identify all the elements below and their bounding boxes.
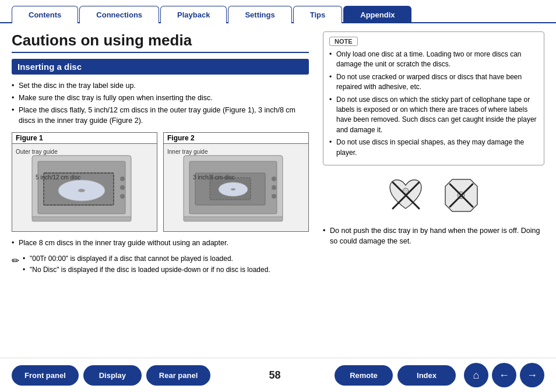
adapter-note: Place 8 cm discs in the inner tray guide…	[12, 238, 309, 248]
pencil-list: "00Tr 00:00" is displayed if a disc that…	[23, 254, 270, 277]
left-column: Cautions on using media Inserting a disc…	[12, 31, 309, 281]
figure-1-box: Figure 1	[12, 132, 157, 232]
figures-row: Figure 1	[12, 132, 309, 232]
push-note: Do not push the disc tray in by hand whe…	[323, 225, 544, 246]
svg-point-8	[120, 176, 125, 181]
note-item-3: Do not use discs on which the sticky par…	[329, 95, 538, 136]
remote-button[interactable]: Remote	[335, 365, 393, 386]
figure-2-label: Figure 2	[164, 133, 308, 144]
svg-point-17	[231, 188, 235, 190]
tab-playback[interactable]: Playback	[160, 6, 227, 23]
tab-contents[interactable]: Contents	[12, 6, 78, 23]
svg-rect-11	[32, 217, 131, 221]
instruction-3: Place the discs flatly, 5 inch/12 cm dis…	[12, 105, 309, 126]
top-nav: Contents Connections Playback Settings T…	[0, 0, 556, 23]
bottom-nav: Front panel Display Rear panel 58 Remote…	[0, 358, 556, 392]
figure-2-disc-label: 3 inch/8 cm disc	[193, 174, 235, 181]
figure-2-image: Inner tray guide 3 inch/8 cm disc	[164, 144, 308, 231]
instruction-1: Set the disc in the tray label side up.	[12, 80, 309, 91]
svg-point-4	[78, 189, 85, 192]
pencil-note-1: "00Tr 00:00" is displayed if a disc that…	[23, 254, 270, 264]
svg-point-20	[272, 194, 276, 199]
pencil-icon: ✏	[12, 255, 19, 266]
disc-warning-icons	[323, 174, 544, 217]
svg-point-9	[120, 185, 125, 190]
svg-point-19	[272, 185, 276, 190]
figure-2-inner-label: Inner tray guide	[167, 149, 208, 155]
forward-button[interactable]: →	[520, 363, 544, 387]
front-panel-button[interactable]: Front panel	[12, 365, 79, 386]
disc-icon-octagon	[439, 174, 483, 217]
note-item-4: Do not use discs in special shapes, as t…	[329, 137, 538, 158]
note-list: Only load one disc at a time. Loading tw…	[329, 50, 538, 158]
tab-tips[interactable]: Tips	[293, 6, 343, 23]
tab-connections[interactable]: Connections	[79, 6, 159, 23]
pencil-note-section: ✏ "00Tr 00:00" is displayed if a disc th…	[12, 254, 309, 277]
note-box: NOTE Only load one disc at a time. Loadi…	[323, 31, 544, 165]
svg-rect-21	[184, 217, 283, 221]
adapter-note-list: Place 8 cm discs in the inner tray guide…	[12, 238, 309, 248]
instructions-list: Set the disc in the tray label side up. …	[12, 80, 309, 126]
page-title: Cautions on using media	[12, 31, 309, 53]
figure-1-disc-label: 5 inch/12 cm disc	[36, 174, 80, 181]
main-content: Cautions on using media Inserting a disc…	[0, 23, 556, 287]
figure-1-label: Figure 1	[12, 133, 157, 144]
page-number: 58	[215, 369, 335, 382]
back-button[interactable]: ←	[492, 363, 516, 387]
display-button[interactable]: Display	[83, 365, 142, 386]
disc-icon-heart	[384, 174, 428, 217]
note-item-2: Do not use cracked or warped discs or di…	[329, 72, 538, 93]
note-label: NOTE	[329, 37, 358, 46]
figure-1-image: Outer tray guide 5 inch/12 cm disc	[12, 144, 157, 231]
index-button[interactable]: Index	[397, 365, 456, 386]
svg-point-18	[272, 176, 276, 181]
figure-1-outer-label: Outer tray guide	[16, 149, 58, 155]
tab-appendix[interactable]: Appendix	[343, 6, 411, 23]
home-button[interactable]: ⌂	[464, 363, 488, 387]
figure-2-box: Figure 2	[163, 132, 309, 232]
svg-point-10	[120, 194, 125, 199]
section-header: Inserting a disc	[12, 59, 309, 75]
right-column: NOTE Only load one disc at a time. Loadi…	[323, 31, 544, 281]
note-item-1: Only load one disc at a time. Loading tw…	[329, 50, 538, 70]
pencil-note-2: "No Disc" is displayed if the disc is lo…	[23, 265, 270, 275]
push-note-list: Do not push the disc tray in by hand whe…	[323, 225, 544, 246]
tab-settings[interactable]: Settings	[228, 6, 291, 23]
rear-panel-button[interactable]: Rear panel	[146, 365, 210, 386]
instruction-2: Make sure the disc tray is fully open wh…	[12, 93, 309, 103]
